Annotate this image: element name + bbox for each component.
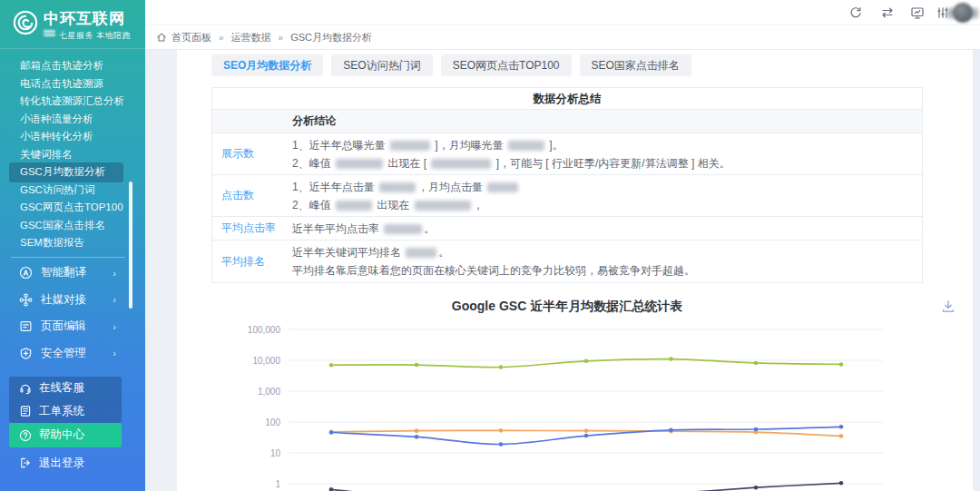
sidebar-item[interactable]: 电话点击轨迹溯源 [0, 75, 145, 93]
sidebar-group-label: 社媒对接 [41, 292, 86, 308]
content-area: SEO月均数据分析SEO访问热门词SEO网页点击TOP100SEO国家点击排名 … [145, 50, 980, 491]
sidebar-menu: 邮箱点击轨迹分析电话点击轨迹溯源转化轨迹溯源汇总分析小语种流量分析小语种转化分析… [0, 57, 145, 252]
sidebar-item[interactable]: GSC国家点击排名 [0, 217, 145, 235]
summary-table: 数据分析总结 分析结论 展示数1、近半年总曝光量 ]，月均曝光量 ]。2、峰值 … [211, 87, 923, 283]
ticket-icon [19, 405, 32, 417]
row-label: 平均排名 [212, 241, 292, 282]
sidebar-group-item[interactable]: 页面编辑› [0, 313, 145, 340]
row-conclusion: 1、近半年总曝光量 ]，月均曝光量 ]。2、峰值 出现在 [ ]，可能与 [ 行… [292, 133, 922, 174]
chart-title: Google GSC 近半年月均数据汇总统计表 [211, 299, 923, 315]
redacted-value [431, 159, 491, 169]
sidebar-item[interactable]: SEM数据报告 [0, 234, 145, 252]
sidebar-footer-item[interactable]: 在线客服 [9, 377, 122, 400]
row-label: 点击数 [212, 175, 292, 216]
table-row: 点击数1、近半年点击量 ，月均点击量 2、峰值 出现在 ， [212, 175, 922, 217]
download-icon[interactable] [940, 299, 956, 315]
swap-icon[interactable] [880, 5, 895, 20]
redacted-value [390, 141, 430, 151]
tab[interactable]: SEO网页点击TOP100 [441, 54, 572, 76]
page-edit-icon [19, 319, 33, 333]
row-label: 展示数 [212, 133, 292, 174]
svg-text:10: 10 [270, 448, 281, 458]
summary-table-title: 数据分析总结 [212, 88, 922, 110]
headset-icon [19, 382, 32, 395]
chevron-right-icon: › [113, 294, 116, 305]
sidebar-footer-label: 工单系统 [39, 404, 84, 419]
conclusion-header: 分析结论 [292, 110, 922, 133]
tab-bar: SEO月均数据分析SEO访问热门词SEO网页点击TOP100SEO国家点击排名 [211, 54, 691, 76]
redacted-value [508, 141, 544, 151]
sidebar-groups: 智能翻译›社媒对接›页面编辑›安全管理› [0, 260, 145, 367]
sidebar-item[interactable]: GSC访问热门词 [0, 182, 145, 200]
redacted-value [336, 159, 383, 169]
svg-text:1,000: 1,000 [258, 387, 280, 397]
translate-icon [19, 266, 33, 280]
sidebar-divider [11, 257, 125, 258]
svg-text:1: 1 [275, 479, 280, 489]
sidebar-item[interactable]: 转化轨迹溯源汇总分析 [0, 93, 145, 111]
redacted-value [415, 201, 471, 211]
breadcrumb-item[interactable]: GSC月均数据分析 [290, 31, 372, 44]
gsc-trend-chart: 100,00010,0001,000100101 [211, 318, 928, 491]
table-row: 平均排名近半年关键词平均排名 。平均排名靠后意味着您的页面在核心关键词上的竞争力… [212, 241, 922, 282]
social-connect-icon [19, 293, 33, 307]
sidebar-footer-item[interactable]: 退出登录 [9, 451, 122, 475]
sidebar-group-label: 安全管理 [41, 346, 86, 361]
redacted-value [336, 201, 372, 211]
sidebar-footer-item[interactable]: 工单系统 [9, 400, 122, 424]
redacted-value [384, 224, 422, 234]
sidebar-group-label: 页面编辑 [41, 319, 86, 334]
sidebar-group-item[interactable]: 安全管理› [0, 340, 145, 368]
sidebar: 中环互联网 七星服务 本地陪跑 邮箱点击轨迹分析电话点击轨迹溯源转化轨迹溯源汇总… [0, 0, 145, 491]
monitor-icon[interactable] [910, 5, 925, 20]
chevron-right-icon: › [113, 268, 116, 279]
breadcrumb: 首页面板»运营数据»GSC月均数据分析 [172, 25, 372, 49]
table-row: 平均点击率近半年平均点击率 。 [212, 217, 922, 241]
sidebar-footer-label: 退出登录 [39, 456, 84, 471]
sidebar-item[interactable]: 邮箱点击轨迹分析 [0, 57, 145, 75]
chevron-right-icon: › [113, 348, 116, 358]
content-card: SEO月均数据分析SEO访问热门词SEO网页点击TOP100SEO国家点击排名 … [177, 50, 973, 491]
logo-swirl-icon [12, 9, 39, 36]
row-conclusion: 1、近半年点击量 ，月均点击量 2、峰值 出现在 ， [292, 175, 922, 216]
redacted-value [406, 248, 436, 258]
user-avatar[interactable] [953, 3, 973, 23]
breadcrumb-bar: 首页面板»运营数据»GSC月均数据分析 [145, 25, 980, 50]
sidebar-item[interactable]: 关键词排名 [0, 146, 145, 164]
refresh-icon[interactable] [848, 5, 863, 20]
home-icon[interactable] [156, 32, 167, 43]
sidebar-footer-item[interactable]: 帮助中心 [9, 423, 122, 447]
sidebar-item[interactable]: GSC网页点击TOP100 [0, 199, 145, 217]
sidebar-item[interactable]: 小语种转化分析 [0, 128, 145, 146]
sidebar-footer-label: 在线客服 [39, 380, 84, 396]
chart-line-series-dark [331, 483, 841, 491]
tab[interactable]: SEO国家点击排名 [580, 54, 691, 76]
table-row: 展示数1、近半年总曝光量 ]，月均曝光量 ]。2、峰值 出现在 [ ]，可能与 … [212, 133, 922, 175]
row-label: 平均点击率 [212, 217, 292, 240]
tab[interactable]: SEO访问热门词 [331, 54, 432, 76]
svg-text:10,000: 10,000 [252, 356, 280, 366]
tab[interactable]: SEO月均数据分析 [211, 54, 323, 76]
row-conclusion: 近半年关键词平均排名 。平均排名靠后意味着您的页面在核心关键词上的竞争力比较弱，… [292, 241, 922, 282]
app-window: 中环互联网 七星服务 本地陪跑 邮箱点击轨迹分析电话点击轨迹溯源转化轨迹溯源汇总… [0, 0, 980, 491]
svg-text:100,000: 100,000 [248, 325, 281, 335]
app-title: 中环互联网 [44, 8, 125, 29]
breadcrumb-item[interactable]: 首页面板 [172, 31, 211, 44]
sidebar-item[interactable]: 小语种流量分析 [0, 111, 145, 129]
breadcrumb-item[interactable]: 运营数据 [231, 31, 271, 44]
row-conclusion: 近半年平均点击率 。 [292, 217, 922, 240]
help-icon [19, 429, 32, 442]
sidebar-item[interactable]: GSC月均数据分析 [0, 163, 145, 182]
redacted-value [487, 182, 518, 192]
redacted-value [379, 182, 416, 192]
page-scrollbar-track[interactable] [973, 50, 980, 491]
topbar [145, 0, 980, 25]
logo-tagline-redacted [44, 30, 55, 39]
breadcrumb-separator: » [279, 33, 284, 43]
sidebar-footer-label: 帮助中心 [39, 427, 84, 443]
logout-icon [19, 457, 32, 469]
security-icon [19, 347, 33, 360]
breadcrumb-separator: » [219, 33, 224, 43]
sidebar-group-item[interactable]: 智能翻译› [0, 260, 145, 287]
sidebar-group-item[interactable]: 社媒对接› [0, 287, 145, 314]
